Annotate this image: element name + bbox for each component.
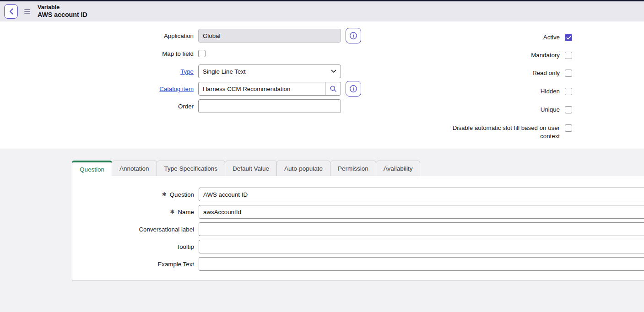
order-input[interactable]: [198, 99, 341, 113]
catalog-item-info-button[interactable]: [346, 81, 361, 97]
context-menu-icon[interactable]: [24, 9, 30, 14]
variable-form-page: Variable AWS account ID Application Map …: [0, 0, 644, 312]
required-marker: ✱: [170, 209, 174, 215]
unique-label: Unique: [439, 106, 560, 114]
tab-default-value[interactable]: Default Value: [225, 161, 277, 176]
conversational-label-input[interactable]: [199, 222, 644, 236]
tab-question[interactable]: Question: [72, 161, 112, 176]
catalog-item-reference-field: [198, 82, 341, 96]
name-input[interactable]: [199, 205, 644, 219]
disable-slot-fill-label: Disable automatic slot fill based on use…: [435, 124, 560, 140]
chevron-left-icon: [9, 8, 13, 15]
record-name-title: AWS account ID: [38, 11, 87, 19]
type-label-link[interactable]: Type: [0, 68, 194, 75]
active-label: Active: [439, 33, 560, 42]
question-tab-panel: ✱ Question ✱ Name Conversational label: [72, 176, 644, 280]
catalog-item-input[interactable]: [199, 82, 325, 95]
example-text-label: Example Text: [157, 261, 194, 268]
catalog-item-lookup-button[interactable]: [325, 82, 341, 95]
tab-strip: Question Annotation Type Specifications …: [72, 161, 420, 176]
order-label: Order: [0, 103, 194, 110]
catalog-item-label-link[interactable]: Catalog item: [0, 86, 194, 92]
conversational-label-label: Conversational label: [139, 226, 194, 233]
tab-type-specifications[interactable]: Type Specifications: [157, 161, 225, 176]
application-info-button[interactable]: [346, 28, 361, 43]
check-icon: [566, 36, 571, 40]
tab-permission[interactable]: Permission: [330, 161, 376, 176]
form-body: Application Map to field Type Single Lin…: [0, 22, 644, 149]
info-icon: [349, 85, 357, 93]
map-to-field-label: Map to field: [0, 50, 194, 57]
question-label: Question: [170, 191, 194, 198]
mandatory-label: Mandatory: [439, 51, 560, 59]
tooltip-input[interactable]: [199, 240, 644, 253]
name-label: Name: [178, 209, 194, 215]
read-only-label: Read only: [439, 69, 560, 77]
example-text-input[interactable]: [199, 257, 644, 271]
tooltip-label: Tooltip: [177, 243, 194, 250]
active-checkbox[interactable]: [565, 34, 572, 41]
hidden-checkbox[interactable]: [565, 88, 572, 95]
back-button[interactable]: [4, 4, 18, 19]
tab-auto-populate[interactable]: Auto-populate: [277, 161, 330, 176]
map-to-field-checkbox[interactable]: [198, 50, 206, 57]
page-title: Variable AWS account ID: [38, 4, 87, 19]
search-icon: [330, 85, 337, 92]
tab-annotation[interactable]: Annotation: [112, 161, 157, 176]
tab-section: Question Annotation Type Specifications …: [0, 149, 644, 312]
required-marker: ✱: [162, 192, 167, 197]
hidden-label: Hidden: [439, 87, 560, 96]
record-type-title: Variable: [38, 4, 87, 11]
type-select-value: Single Line Text: [203, 68, 331, 75]
chevron-down-icon: [331, 70, 336, 73]
type-select[interactable]: Single Line Text: [198, 65, 341, 78]
mandatory-checkbox[interactable]: [565, 52, 572, 59]
application-input[interactable]: [198, 29, 341, 43]
unique-checkbox[interactable]: [565, 106, 572, 113]
tab-availability[interactable]: Availability: [376, 161, 421, 176]
read-only-checkbox[interactable]: [565, 70, 572, 77]
application-label: Application: [0, 32, 194, 39]
info-icon: [349, 32, 357, 40]
form-header: Variable AWS account ID: [0, 1, 644, 22]
disable-slot-fill-checkbox[interactable]: [565, 124, 572, 132]
question-input[interactable]: [199, 188, 644, 201]
